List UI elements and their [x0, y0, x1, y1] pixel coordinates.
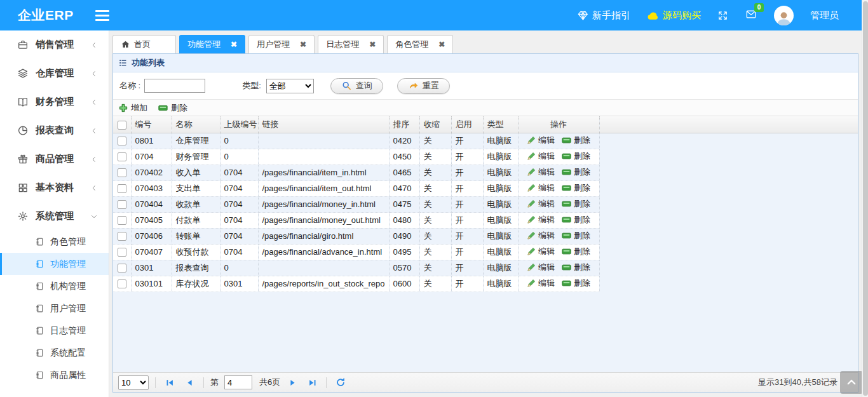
- row-checkbox[interactable]: [118, 216, 126, 225]
- cell: 开: [451, 228, 483, 244]
- row-checkbox[interactable]: [118, 232, 126, 241]
- name-filter-input[interactable]: [144, 79, 205, 93]
- sidebar-subitem-0[interactable]: 角色管理: [0, 231, 109, 253]
- search-button[interactable]: 查询: [330, 78, 383, 94]
- table-row[interactable]: 030101库存状况0301/pages/reports/in_out_stoc…: [113, 276, 858, 292]
- tab-3[interactable]: 日志管理✖: [318, 35, 384, 53]
- back-to-top-button[interactable]: [840, 371, 863, 394]
- edit-button[interactable]: 编辑: [527, 214, 555, 225]
- tab-0[interactable]: 首页: [112, 35, 176, 53]
- close-icon[interactable]: ✖: [428, 41, 445, 48]
- reset-button-label: 重置: [423, 80, 439, 91]
- fullscreen-icon[interactable]: [717, 10, 728, 21]
- tab-1[interactable]: 功能管理✖: [179, 35, 245, 53]
- sidebar-item-label: 系统管理: [36, 210, 74, 222]
- row-checkbox[interactable]: [118, 168, 126, 177]
- select-all-checkbox[interactable]: [118, 121, 126, 130]
- type-filter-label: 类型:: [242, 80, 261, 91]
- row-delete-button[interactable]: 删除: [561, 230, 590, 241]
- row-delete-button[interactable]: 删除: [561, 214, 590, 225]
- row-checkbox[interactable]: [118, 279, 126, 288]
- tab-4[interactable]: 角色管理✖: [387, 35, 453, 53]
- pencil-icon: [527, 199, 536, 208]
- table-row[interactable]: 070402收入单0704/pages/financial/item_in.ht…: [113, 165, 858, 180]
- main-area: 首页功能管理✖用户管理✖日志管理✖角色管理✖ 功能列表 名称 : 类型: 全部 …: [109, 30, 862, 397]
- refresh-button[interactable]: [333, 375, 348, 390]
- messages-button[interactable]: 0: [745, 9, 757, 22]
- table-row[interactable]: 0301报表查询00570关开电脑版编辑删除: [113, 260, 858, 276]
- row-delete-button[interactable]: 删除: [561, 198, 590, 210]
- edit-button[interactable]: 编辑: [527, 135, 555, 146]
- row-checkbox[interactable]: [118, 184, 126, 193]
- row-checkbox[interactable]: [118, 248, 126, 257]
- edit-button[interactable]: 编辑: [527, 230, 555, 241]
- table-row[interactable]: 070405付款单0704/pages/financial/money_out.…: [113, 212, 858, 228]
- delete-button[interactable]: 删除: [158, 102, 187, 114]
- row-delete-button[interactable]: 删除: [561, 278, 590, 289]
- top-bar: 企业ERP 新手指引 源码购买 0 管理员: [0, 0, 868, 30]
- row-delete-button[interactable]: 删除: [561, 262, 590, 273]
- tab-2[interactable]: 用户管理✖: [248, 35, 315, 53]
- row-checkbox[interactable]: [118, 264, 126, 273]
- menu-toggle-icon[interactable]: [95, 10, 109, 21]
- table-row[interactable]: 070403支出单0704/pages/financial/item_out.h…: [113, 180, 858, 196]
- avatar[interactable]: [774, 6, 794, 25]
- sidebar-subitem-6[interactable]: 商品属性: [0, 364, 109, 386]
- sidebar-subitem-1[interactable]: 功能管理: [0, 253, 109, 275]
- data-grid: 编号名称上级编号链接排序收缩启用类型操作 0801仓库管理00420关开电脑版编…: [113, 116, 858, 372]
- sidebar-subitem-5[interactable]: 系统配置: [0, 342, 109, 364]
- sidebar-item-0[interactable]: 销售管理: [0, 30, 109, 59]
- edit-button[interactable]: 编辑: [527, 182, 555, 194]
- vertical-scrollbar[interactable]: [862, 0, 868, 397]
- table-row[interactable]: 070404收款单0704/pages/financial/money_in.h…: [113, 196, 858, 212]
- row-checkbox[interactable]: [118, 200, 126, 209]
- row-delete-button[interactable]: 删除: [561, 151, 590, 162]
- edit-button[interactable]: 编辑: [527, 278, 555, 289]
- sidebar-subitem-4[interactable]: 日志管理: [0, 320, 109, 342]
- sidebar-item-3[interactable]: 报表查询: [0, 116, 109, 145]
- row-delete-button[interactable]: 删除: [561, 182, 590, 194]
- edit-button[interactable]: 编辑: [527, 151, 555, 162]
- row-checkbox[interactable]: [118, 137, 126, 145]
- row-checkbox[interactable]: [118, 152, 126, 161]
- sidebar-subitem-2[interactable]: 机构管理: [0, 275, 109, 297]
- search-button-label: 查询: [356, 80, 372, 91]
- table-row[interactable]: 0704财务管理00450关开电脑版编辑删除: [113, 149, 858, 165]
- prev-page-button[interactable]: [182, 375, 197, 390]
- first-page-button[interactable]: [162, 375, 177, 390]
- first-page-icon: [165, 378, 175, 387]
- buy-source-link[interactable]: 源码购买: [647, 10, 701, 22]
- sidebar-item-1[interactable]: 仓库管理: [0, 59, 109, 88]
- page-number-input[interactable]: [224, 375, 252, 389]
- next-page-button[interactable]: [285, 375, 300, 390]
- sidebar-item-6[interactable]: 系统管理: [0, 202, 109, 231]
- close-icon[interactable]: ✖: [290, 41, 306, 48]
- type-filter-select[interactable]: 全部: [266, 79, 314, 93]
- sidebar-subitem-3[interactable]: 用户管理: [0, 297, 109, 320]
- admin-username[interactable]: 管理员: [810, 10, 839, 22]
- row-delete-button[interactable]: 删除: [561, 246, 590, 257]
- close-icon[interactable]: ✖: [359, 41, 376, 48]
- guide-link[interactable]: 新手指引: [578, 10, 630, 22]
- row-delete-button[interactable]: 删除: [561, 166, 590, 178]
- add-button[interactable]: 增加: [118, 102, 147, 114]
- table-row[interactable]: 070406转账单0704/pages/financial/giro.html0…: [113, 228, 858, 244]
- cell: 0450: [389, 149, 419, 165]
- edit-button[interactable]: 编辑: [527, 262, 555, 273]
- reset-button[interactable]: 重置: [397, 78, 450, 94]
- edit-button[interactable]: 编辑: [527, 198, 555, 210]
- edit-button[interactable]: 编辑: [527, 166, 555, 178]
- sidebar-item-4[interactable]: 商品管理: [0, 145, 109, 173]
- table-row[interactable]: 070407收预付款0704/pages/financial/advance_i…: [113, 244, 858, 260]
- table-row[interactable]: 0801仓库管理00420关开电脑版编辑删除: [113, 133, 858, 149]
- sidebar-item-5[interactable]: 基本资料: [0, 173, 109, 202]
- last-page-button[interactable]: [304, 375, 320, 390]
- cell: /pages/financial/money_out.html: [258, 212, 389, 228]
- close-icon[interactable]: ✖: [220, 41, 237, 48]
- scrollbar-thumb[interactable]: [863, 1, 868, 396]
- edit-button[interactable]: 编辑: [527, 246, 555, 257]
- cell: 0704: [220, 228, 258, 244]
- sidebar-item-2[interactable]: 财务管理: [0, 88, 109, 116]
- page-size-select[interactable]: 10: [118, 375, 149, 390]
- row-delete-button[interactable]: 删除: [561, 135, 590, 146]
